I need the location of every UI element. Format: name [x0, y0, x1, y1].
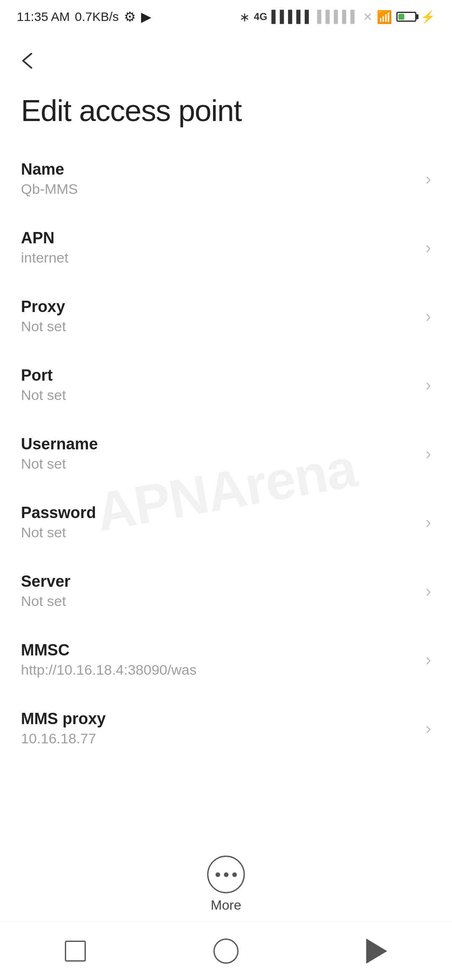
wifi-icon: 📶 — [377, 10, 392, 24]
settings-item[interactable]: Port Not set › — [0, 351, 452, 419]
settings-item-label: Password — [21, 504, 417, 522]
settings-item[interactable]: Proxy Not set › — [0, 282, 452, 351]
nav-recent-button[interactable] — [50, 934, 100, 968]
bolt-icon: ⚡ — [421, 10, 435, 24]
back-arrow-icon — [17, 50, 38, 71]
settings-item-value: http://10.16.18.4:38090/was — [21, 662, 417, 678]
settings-item-label: MMS proxy — [21, 710, 417, 728]
settings-item-label: Username — [21, 435, 417, 453]
chevron-right-icon: › — [426, 582, 431, 601]
settings-item-content: Server Not set — [21, 573, 417, 609]
time: 11:35 AM — [17, 10, 70, 24]
settings-item-value: Qb-MMS — [21, 181, 417, 197]
settings-item-value: 10.16.18.77 — [21, 730, 417, 747]
settings-item-content: MMS proxy 10.16.18.77 — [21, 710, 417, 747]
settings-item-content: Password Not set — [21, 504, 417, 541]
battery-indicator — [396, 12, 416, 22]
chevron-right-icon: › — [426, 513, 431, 532]
nav-home-button[interactable] — [201, 934, 251, 968]
settings-item-value: Not set — [21, 524, 417, 541]
settings-item-value: Not set — [21, 593, 417, 609]
back-button[interactable] — [13, 46, 42, 77]
nav-back-button[interactable] — [352, 934, 402, 968]
home-icon — [213, 939, 239, 964]
more-circle-icon — [207, 856, 245, 893]
settings-item[interactable]: APN internet › — [0, 213, 452, 282]
settings-item-value: internet — [21, 250, 417, 266]
bluetooth-icon: ∗ — [239, 10, 250, 24]
settings-item-label: Proxy — [21, 298, 417, 316]
4g-icon: 4G — [254, 11, 267, 23]
back-icon — [366, 939, 387, 964]
more-button[interactable]: More — [207, 856, 245, 913]
settings-item[interactable]: Password Not set › — [0, 488, 452, 557]
settings-item[interactable]: Name Qb-MMS › — [0, 144, 452, 213]
video-icon: ▶ — [141, 9, 152, 25]
no-signal-icon: ✕ — [363, 10, 372, 24]
chevron-right-icon: › — [426, 238, 431, 257]
settings-item-content: MMSC http://10.16.18.4:38090/was — [21, 641, 417, 678]
settings-item-content: Name Qb-MMS — [21, 160, 417, 197]
settings-item[interactable]: Username Not set › — [0, 419, 452, 488]
chevron-right-icon: › — [426, 376, 431, 395]
settings-item-value: Not set — [21, 318, 417, 335]
settings-item-label: Server — [21, 573, 417, 591]
settings-list: Name Qb-MMS › APN internet › Proxy Not s… — [0, 144, 452, 763]
chevron-right-icon: › — [426, 444, 431, 463]
status-bar: 11:35 AM 0.7KB/s ⚙ ▶ ∗ 4G ▌▌▌▌▌ ▌▌▌▌▌ ✕ … — [0, 0, 452, 34]
recent-apps-icon — [65, 941, 86, 962]
navigation-bar — [0, 921, 452, 980]
settings-item[interactable]: Server Not set › — [0, 557, 452, 625]
chevron-right-icon: › — [426, 307, 431, 326]
settings-item-label: APN — [21, 229, 417, 247]
settings-item-value: Not set — [21, 456, 417, 472]
settings-item-content: Port Not set — [21, 366, 417, 403]
speed: 0.7KB/s — [75, 10, 119, 24]
chevron-right-icon: › — [426, 650, 431, 669]
more-label: More — [211, 897, 241, 913]
settings-item-content: APN internet — [21, 229, 417, 266]
settings-item-value: Not set — [21, 387, 417, 403]
settings-item[interactable]: MMS proxy 10.16.18.77 › — [0, 694, 452, 763]
settings-item-label: Name — [21, 160, 417, 178]
settings-icon: ⚙ — [124, 9, 136, 25]
status-left: 11:35 AM 0.7KB/s ⚙ ▶ — [17, 9, 152, 25]
settings-item-label: Port — [21, 366, 417, 384]
signal2-icon: ▌▌▌▌▌ — [317, 10, 359, 23]
battery-fill — [398, 14, 404, 20]
status-right: ∗ 4G ▌▌▌▌▌ ▌▌▌▌▌ ✕ 📶 ⚡ — [239, 10, 435, 24]
chevron-right-icon: › — [426, 170, 431, 188]
signal-icon: ▌▌▌▌▌ — [272, 10, 313, 23]
toolbar — [0, 34, 452, 85]
settings-item[interactable]: MMSC http://10.16.18.4:38090/was › — [0, 625, 452, 694]
chevron-right-icon: › — [426, 719, 431, 738]
more-dots-icon — [216, 872, 237, 877]
page-title: Edit access point — [0, 85, 452, 144]
settings-item-label: MMSC — [21, 641, 417, 659]
settings-item-content: Proxy Not set — [21, 298, 417, 335]
settings-item-content: Username Not set — [21, 435, 417, 472]
